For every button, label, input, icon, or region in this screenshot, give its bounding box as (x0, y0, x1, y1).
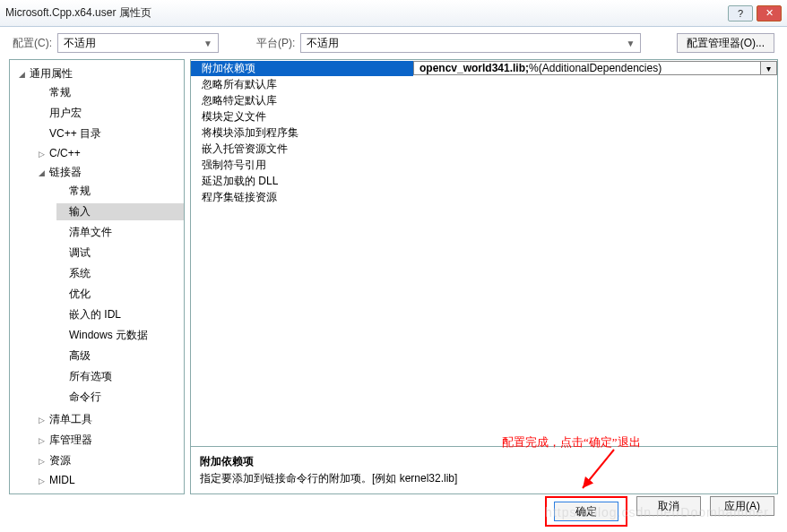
tree-item[interactable]: 用户宏 (30, 103, 184, 124)
grid-row[interactable]: 忽略所有默认库 (191, 76, 777, 92)
tree-item[interactable]: 优化 (49, 284, 184, 305)
close-button[interactable]: ✕ (757, 5, 782, 21)
tree-item[interactable]: 所有选项 (49, 366, 184, 387)
tree-item[interactable]: 资源 (30, 450, 184, 471)
tree-item[interactable]: VC++ 目录 (30, 124, 184, 144)
tree-item[interactable]: 常规 (49, 181, 184, 202)
config-manager-button[interactable]: 配置管理器(O)... (677, 33, 774, 53)
window-title: Microsoft.Cpp.x64.user 属性页 (5, 5, 151, 21)
grid-row[interactable]: 强制符号引用 (191, 157, 777, 173)
tree-item[interactable]: 链接器常规输入清单文件调试系统优化嵌入的 IDLWindows 元数据高级所有选… (30, 162, 184, 409)
grid-label: 附加依赖项 (191, 61, 413, 76)
tree-item[interactable]: Windows 元数据 (49, 325, 184, 346)
property-grid[interactable]: 附加依赖项opencv_world341.lib;%(AdditionalDep… (190, 59, 778, 447)
platform-label: 平台(P): (256, 36, 295, 51)
description-title: 附加依赖项 (200, 454, 768, 469)
tree-item[interactable]: XML 文档生成器 (30, 489, 184, 494)
tree-item[interactable]: 嵌入的 IDL (49, 305, 184, 325)
description-text: 指定要添加到链接命令行的附加项。[例如 kernel32.lib] (200, 471, 768, 486)
tree-item[interactable]: MIDL (30, 471, 184, 489)
tree-item[interactable]: C/C++ (30, 144, 184, 162)
watermark: https://blog.csdn.net/Doomhammer (545, 505, 769, 519)
description-panel: 附加依赖项 指定要添加到链接命令行的附加项。[例如 kernel32.lib] (190, 447, 778, 494)
tree-item[interactable]: 高级 (49, 346, 184, 366)
toolbar: 配置(C): 不适用 ▼ 平台(P): 不适用 ▼ 配置管理器(O)... (0, 27, 787, 59)
config-combo[interactable]: 不适用 ▼ (57, 33, 219, 53)
tree-item[interactable]: 清单文件 (49, 222, 184, 243)
platform-combo[interactable]: 不适用 ▼ (300, 33, 641, 53)
grid-row[interactable]: 将模块添加到程序集 (191, 124, 777, 141)
annotation-text: 配置完成，点击“确定”退出 (502, 434, 641, 450)
chevron-down-icon: ▼ (626, 39, 635, 48)
config-label: 配置(C): (13, 36, 52, 51)
tree-root[interactable]: 通用属性 常规用户宏VC++ 目录C/C++链接器常规输入清单文件调试系统优化嵌… (10, 64, 184, 494)
grid-label: 模块定义文件 (191, 109, 413, 124)
grid-row[interactable]: 嵌入托管资源文件 (191, 141, 777, 157)
grid-row[interactable]: 模块定义文件 (191, 108, 777, 124)
tree-item[interactable]: 系统 (49, 263, 184, 284)
property-tree[interactable]: 通用属性 常规用户宏VC++ 目录C/C++链接器常规输入清单文件调试系统优化嵌… (9, 59, 185, 494)
grid-label: 延迟加载的 DLL (191, 174, 413, 189)
grid-label: 忽略所有默认库 (191, 77, 413, 92)
help-button[interactable]: ? (728, 5, 753, 21)
grid-label: 将模块添加到程序集 (191, 125, 413, 141)
dropdown-icon[interactable]: ▾ (760, 62, 776, 74)
grid-value[interactable]: opencv_world341.lib;%(AdditionalDependen… (413, 61, 777, 75)
tree-item[interactable]: 库管理器 (30, 430, 184, 450)
grid-row[interactable]: 延迟加载的 DLL (191, 173, 777, 189)
grid-label: 嵌入托管资源文件 (191, 142, 413, 157)
tree-item[interactable]: 调试 (49, 243, 184, 263)
grid-label: 强制符号引用 (191, 158, 413, 173)
tree-item[interactable]: 输入 (49, 202, 184, 222)
grid-row[interactable]: 忽略特定默认库 (191, 92, 777, 108)
tree-item[interactable]: 常规 (30, 82, 184, 103)
grid-row[interactable]: 附加依赖项opencv_world341.lib;%(AdditionalDep… (191, 60, 777, 76)
tree-item[interactable]: 清单工具 (30, 409, 184, 430)
chevron-down-icon: ▼ (203, 39, 212, 48)
title-bar: Microsoft.Cpp.x64.user 属性页 ? ✕ (0, 0, 787, 27)
grid-label: 程序集链接资源 (191, 190, 413, 205)
grid-label: 忽略特定默认库 (191, 93, 413, 108)
tree-item[interactable]: 命令行 (49, 387, 184, 408)
grid-row[interactable]: 程序集链接资源 (191, 189, 777, 205)
